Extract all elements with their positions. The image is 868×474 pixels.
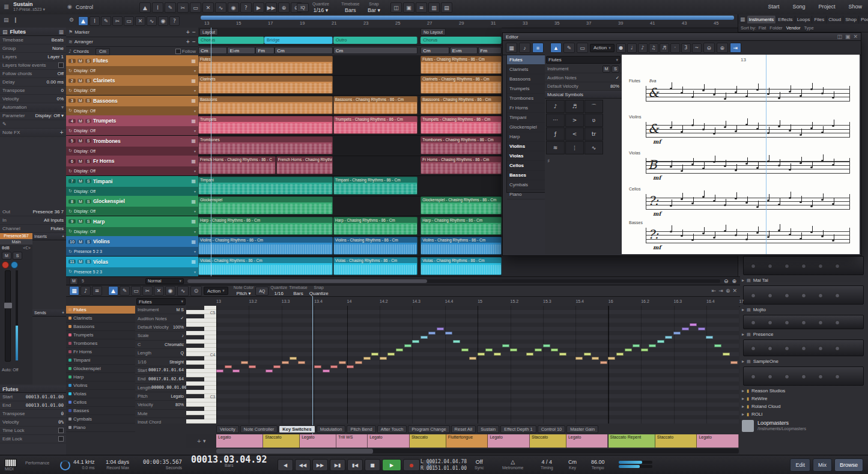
chord-block[interactable]: E♭m [227, 47, 255, 54]
white-key[interactable] [186, 411, 216, 415]
chord-block[interactable]: Fm [255, 47, 274, 54]
channel-name[interactable]: Presence367 [0, 233, 32, 239]
event-row-end[interactable]: End00013.01.01.00 [0, 401, 66, 410]
score-list-item-harp[interactable]: Harp [507, 132, 545, 142]
close-editor-icon[interactable]: ✕ [732, 288, 737, 294]
track-automation-row[interactable]: ↻Presence 5 2 3▾ [66, 267, 198, 276]
pr-list-item-basses[interactable]: Basses [66, 407, 135, 415]
arranger-section-chorus[interactable]: Chorus [420, 37, 502, 44]
white-key[interactable] [186, 398, 216, 403]
articulation-block-12[interactable]: Legato [697, 434, 739, 448]
midi-note[interactable] [323, 369, 330, 372]
pr-list-item-violas[interactable]: Violas [66, 390, 135, 398]
midi-note[interactable] [682, 327, 689, 330]
midi-note[interactable] [363, 357, 371, 360]
track-automation-value[interactable]: Display: Off [74, 68, 96, 73]
expand-arrow-icon[interactable]: ▸ [742, 332, 744, 337]
track-automation-row[interactable]: ↻Display: Off▾ [66, 126, 198, 135]
tool-icon-11[interactable]: ⊕ [278, 2, 290, 13]
clip[interactable]: Violins - Chasing Rhythms - 86 - Cm [420, 237, 502, 255]
track-solo-button[interactable]: S [85, 79, 91, 83]
tool-icon-5[interactable]: ✕ [202, 2, 214, 13]
midi-note[interactable] [478, 353, 485, 356]
inspector-row-value[interactable]: None [52, 46, 64, 51]
timeline-overview-bar[interactable] [201, 16, 734, 20]
keyboard-icon[interactable]: ▦ [191, 239, 196, 245]
arrange-tool-2[interactable]: ✎ [101, 16, 111, 26]
note-grid[interactable] [216, 306, 739, 424]
pr-param-value[interactable]: Legato [171, 394, 184, 398]
pr-list-item-bassoons[interactable]: Bassoons [66, 323, 135, 331]
tool-icon-1[interactable]: I [152, 2, 163, 13]
track-automation-row[interactable]: ↻Display: Off▾ [66, 207, 198, 216]
track-solo-button[interactable]: S [85, 179, 91, 183]
curve-tool[interactable]: ∿ [177, 286, 189, 296]
score-playhead[interactable] [766, 55, 766, 254]
chord-block[interactable]: Cm [420, 47, 449, 54]
black-key[interactable] [186, 356, 204, 360]
io-row-channel[interactable]: ChannelFlutes [0, 225, 66, 233]
midi-note[interactable] [453, 340, 460, 343]
sort-option-vendor[interactable]: Vendor [786, 25, 801, 31]
track-automation-value[interactable]: Presence 5 2 3 [74, 270, 102, 274]
symbol-5[interactable]: ʋ [584, 114, 603, 127]
score-list-item-cymbals[interactable]: Cymbals [507, 180, 545, 190]
tool-icon-2[interactable]: ✎ [165, 2, 176, 13]
view-icon-3[interactable]: ▥ [428, 2, 440, 13]
arrange-tool-0[interactable]: ▲ [78, 16, 88, 26]
keyboard-icon[interactable]: ▦ [191, 78, 196, 84]
track-automation-value[interactable]: Presence 5 2 3 [74, 249, 102, 254]
keyboard-icon[interactable]: ▦ [191, 118, 196, 124]
articulation-block-4[interactable]: Legato [368, 434, 410, 448]
pr-list-item-harp[interactable]: Harp [66, 373, 135, 381]
clip[interactable]: Glockenspiel [198, 196, 333, 214]
inspector-row-value[interactable]: 0 [61, 88, 64, 93]
midi-note[interactable] [706, 336, 713, 339]
midi-note[interactable] [502, 344, 509, 347]
pr-param-instrument[interactable]: InstrumentM S [135, 306, 186, 314]
score-view-icon[interactable]: ≡ [532, 43, 544, 53]
browser-item[interactable]: ▸▮ROLI [738, 410, 868, 418]
audition-row[interactable]: Audition Notes✓ [545, 73, 622, 82]
event-row-checkbox[interactable] [58, 436, 64, 442]
page-button-song[interactable]: Song [792, 4, 805, 10]
midi-note[interactable] [510, 348, 517, 351]
midi-note[interactable] [592, 357, 599, 360]
transport-rewind-button[interactable]: ◀◀ [295, 459, 311, 471]
pr-param-default-velocity[interactable]: Default Velocity100% [135, 323, 186, 332]
chord-block[interactable]: Cm [198, 47, 227, 54]
pr-param-mute[interactable]: Mute [135, 410, 186, 418]
parameter-row[interactable]: Parameter Display: Off ▾ [0, 112, 66, 120]
expand-arrow-icon[interactable]: ▸ [742, 404, 744, 409]
symbol-11[interactable]: ∿ [584, 141, 603, 154]
transport-play-button[interactable]: ▶ [382, 459, 401, 471]
tool-icon-7[interactable]: ◉ [228, 2, 239, 13]
controller-tab-control-10[interactable]: Control 10 [538, 425, 566, 433]
track-solo-button[interactable]: S [85, 199, 91, 204]
pr-param-input-chord[interactable]: Input Chord [135, 418, 186, 424]
zoom-in-button[interactable]: ⊕ [717, 43, 728, 53]
midi-note[interactable] [714, 344, 721, 347]
chord-block[interactable]: Cm [275, 47, 332, 54]
zoom-out-icon[interactable]: ⊖ [724, 278, 729, 284]
white-key[interactable] [186, 323, 216, 327]
arrange-tool-4[interactable]: ▭ [124, 16, 134, 26]
clip[interactable]: Trumpets - Chasing Rhythms - 86 - Cm [420, 116, 502, 134]
expand-arrow-icon[interactable]: ▸ [742, 396, 744, 401]
controller-tab-program-change[interactable]: Program Change [408, 425, 449, 433]
clip[interactable]: Violas - Chasing Rhythms - 86 - Cm [198, 257, 333, 275]
pr-param-scale[interactable]: Scale♪ [135, 332, 186, 340]
marker-remove-button[interactable]: − [192, 29, 196, 35]
midi-note[interactable] [273, 365, 281, 368]
transport-stop-button[interactable]: ■ [365, 459, 380, 471]
controller-tab-master-gain[interactable]: Master Gain [566, 425, 598, 433]
io-value[interactable]: Presence 36 7 [32, 209, 64, 214]
track-lane[interactable]: Violas - Chasing Rhythms - 86 - CmViolas… [198, 257, 502, 276]
follow-playhead-icon[interactable]: ⊕ [726, 288, 730, 294]
white-key[interactable] [186, 369, 216, 373]
midi-note[interactable] [730, 361, 738, 364]
pr-list-item-cellos[interactable]: Cellos [66, 398, 135, 407]
midi-note[interactable] [225, 365, 232, 368]
view-icon-4[interactable]: ▤ [441, 2, 452, 13]
keyboard-icon[interactable]: ▦ [191, 159, 196, 164]
